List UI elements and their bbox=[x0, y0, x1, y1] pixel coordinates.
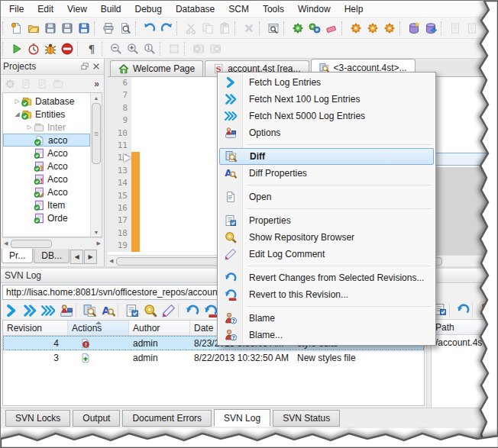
tree-scrollbar[interactable]: ▲ ☰ ▼ bbox=[90, 93, 102, 237]
context-menu-item[interactable]: Show Repository Browser bbox=[219, 229, 434, 246]
tab-svn-log[interactable]: SVN Log bbox=[214, 409, 270, 427]
edit-log-comment-icon[interactable] bbox=[160, 301, 178, 319]
diff-properties-icon[interactable] bbox=[99, 301, 118, 319]
formatting-marks-icon[interactable] bbox=[83, 40, 100, 57]
diff-icon[interactable] bbox=[81, 301, 99, 319]
menu-item[interactable]: Window bbox=[291, 2, 338, 17]
tab-welcome-page[interactable]: Welcome Page bbox=[110, 60, 203, 76]
document-icon[interactable] bbox=[447, 20, 464, 37]
context-menu-item[interactable]: Options bbox=[219, 124, 434, 141]
options-icon[interactable] bbox=[57, 301, 76, 319]
tabs-scroll-right-icon[interactable]: ▶ bbox=[84, 250, 97, 264]
project-tool-gear-icon[interactable] bbox=[3, 77, 17, 91]
menu-item[interactable]: Tools bbox=[256, 2, 291, 17]
context-menu-item[interactable] bbox=[219, 303, 434, 310]
zoom-out-icon[interactable] bbox=[108, 40, 124, 57]
run-icon[interactable] bbox=[8, 40, 25, 57]
context-menu-item[interactable]: Fetch Next 100 Log Entries bbox=[219, 91, 434, 108]
context-menu-item[interactable]: Diff Properties bbox=[219, 165, 434, 182]
revision-row[interactable]: 3 admin 8/22/2013 10:32:50 AM New styles… bbox=[3, 350, 424, 365]
context-menu-item[interactable]: Revert Changes from Selected Revisions..… bbox=[219, 269, 434, 286]
context-menu-item[interactable]: Fetch Log Entries bbox=[219, 74, 434, 91]
print-icon[interactable] bbox=[100, 20, 117, 37]
revert-changes-icon[interactable] bbox=[183, 301, 202, 319]
tree-item[interactable]: Orde bbox=[3, 211, 90, 224]
scroll-down-icon[interactable]: ▼ bbox=[94, 227, 99, 237]
path-column-header[interactable]: Path bbox=[431, 319, 498, 335]
context-menu-item[interactable] bbox=[219, 141, 434, 148]
project-tool-doc-icon[interactable] bbox=[19, 77, 33, 91]
menu-item[interactable]: Debug bbox=[128, 2, 169, 17]
context-menu-item[interactable] bbox=[219, 182, 434, 189]
next-bookmark-icon[interactable] bbox=[207, 40, 224, 57]
col-author[interactable]: Author bbox=[129, 321, 190, 335]
bookmark-icon[interactable] bbox=[166, 40, 183, 57]
tabs-scroll-left-icon[interactable]: ◀ bbox=[70, 250, 83, 264]
clean-icon[interactable] bbox=[323, 20, 340, 37]
path-row[interactable]: /account.4s bbox=[431, 335, 498, 350]
menu-item[interactable]: Edit bbox=[31, 2, 60, 17]
toolbar-overflow-chevron[interactable]: » bbox=[94, 79, 102, 89]
build-icon[interactable] bbox=[289, 20, 306, 37]
scroll-left-icon[interactable]: ◀ bbox=[109, 258, 113, 264]
copy-icon[interactable] bbox=[199, 20, 216, 37]
scroll-left-icon[interactable]: ◀ bbox=[4, 240, 8, 247]
fetch-100-icon[interactable] bbox=[21, 301, 39, 319]
prev-bookmark-icon[interactable] bbox=[190, 40, 207, 57]
tree-expander[interactable]: ◢ bbox=[13, 111, 21, 118]
col-actions[interactable]: Actions bbox=[68, 321, 129, 335]
projects-hscrollbar[interactable]: ◀ ▶ bbox=[2, 237, 102, 249]
scrollbar-thumb[interactable]: ☰ bbox=[92, 103, 101, 164]
tree-item[interactable]: ▷ Inter bbox=[3, 121, 90, 134]
tab-document-errors[interactable]: Document Errors bbox=[122, 410, 212, 427]
context-menu-item[interactable]: Blame... bbox=[219, 327, 434, 343]
scrollbar-thumb[interactable] bbox=[11, 240, 52, 248]
tab-output[interactable]: Output bbox=[73, 410, 120, 427]
scroll-right-icon[interactable]: ▶ bbox=[97, 240, 101, 247]
zoom-100-icon[interactable] bbox=[141, 40, 158, 57]
fetch-log-icon[interactable] bbox=[2, 301, 21, 319]
close-panel-button[interactable] bbox=[90, 61, 102, 73]
import-database-icon[interactable] bbox=[422, 20, 439, 37]
stop-icon[interactable] bbox=[59, 40, 76, 57]
new-file-icon[interactable] bbox=[8, 20, 25, 37]
context-menu-item[interactable] bbox=[219, 263, 434, 269]
scrollbar-thumb[interactable] bbox=[116, 257, 232, 266]
delete-icon[interactable] bbox=[241, 20, 257, 37]
compile-icon[interactable] bbox=[348, 20, 364, 37]
context-menu-item[interactable]: Fetch Next 5000 Log Entries bbox=[219, 108, 434, 124]
tree-item[interactable]: ◢ Entities bbox=[3, 108, 90, 121]
menu-item[interactable]: Build bbox=[94, 2, 128, 17]
fetch-5000-icon[interactable] bbox=[39, 301, 57, 319]
menu-item[interactable]: Help bbox=[338, 2, 370, 17]
save-icon[interactable] bbox=[42, 20, 59, 37]
properties-icon[interactable] bbox=[123, 301, 141, 319]
link-icon[interactable] bbox=[364, 20, 381, 37]
revert-changes-icon[interactable] bbox=[454, 301, 472, 318]
tree-item[interactable]: Acco bbox=[3, 147, 90, 160]
open-file-icon[interactable] bbox=[25, 20, 42, 37]
paste-icon[interactable] bbox=[216, 20, 233, 37]
tree-expander[interactable]: ▷ bbox=[13, 98, 21, 105]
tree-item[interactable]: acco bbox=[3, 134, 90, 147]
menu-item[interactable]: Database bbox=[169, 2, 222, 17]
tab-svn-locks[interactable]: SVN Locks bbox=[5, 410, 70, 427]
project-tool-doc2-icon[interactable] bbox=[35, 77, 49, 91]
tab-svn-status[interactable]: SVN Status bbox=[273, 410, 340, 427]
tree-item[interactable]: ▷ Database bbox=[3, 95, 90, 108]
menu-item[interactable]: View bbox=[60, 2, 94, 17]
context-menu-item[interactable]: Edit Log Comment bbox=[219, 246, 434, 263]
print-preview-icon[interactable] bbox=[117, 20, 134, 37]
zoom-in-icon[interactable] bbox=[124, 40, 141, 57]
debug-icon[interactable] bbox=[42, 40, 59, 57]
project-tool-folder-icon[interactable] bbox=[51, 77, 65, 91]
redo-icon[interactable] bbox=[158, 20, 175, 37]
menu-item[interactable]: File bbox=[2, 2, 31, 17]
context-menu-item[interactable]: Properties bbox=[219, 212, 434, 229]
save-all-icon[interactable] bbox=[76, 20, 92, 37]
context-menu-item[interactable]: Revert to this Revision... bbox=[219, 286, 434, 303]
document-settings-icon[interactable] bbox=[464, 20, 480, 37]
context-menu-item[interactable]: Blame bbox=[219, 310, 434, 327]
tree-item[interactable]: Acco bbox=[3, 185, 90, 198]
blame-icon[interactable] bbox=[477, 301, 495, 318]
